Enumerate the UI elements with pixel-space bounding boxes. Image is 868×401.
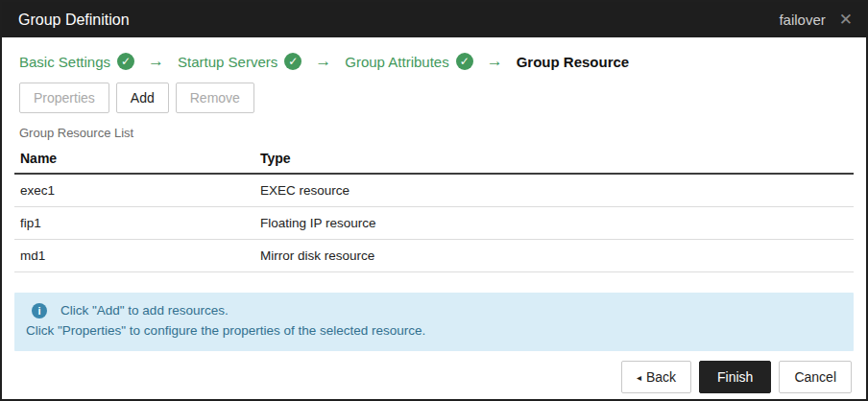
- check-circle-icon: ✓: [284, 53, 301, 70]
- wizard-step-group-attributes[interactable]: Group Attributes ✓: [345, 53, 472, 70]
- arrow-right-icon: →: [315, 52, 331, 71]
- cell-resource-type[interactable]: EXEC resource: [254, 174, 854, 207]
- cell-resource-type[interactable]: Floating IP resource: [254, 207, 854, 240]
- column-header-name: Name: [14, 146, 254, 174]
- table-row[interactable]: exec1 EXEC resource: [14, 174, 854, 207]
- column-header-type: Type: [254, 146, 854, 174]
- dialog-title: Group Definition: [18, 12, 779, 29]
- close-icon[interactable]: ✕: [839, 12, 853, 28]
- back-button[interactable]: ◂Back: [621, 361, 691, 393]
- info-icon: i: [32, 303, 47, 318]
- table-header-row: Name Type: [14, 146, 854, 174]
- back-arrow-icon: ◂: [637, 372, 641, 383]
- properties-button[interactable]: Properties: [19, 83, 109, 113]
- back-button-label: Back: [646, 369, 676, 385]
- cell-resource-type[interactable]: Mirror disk resource: [254, 240, 854, 272]
- wizard-step-label: Startup Servers: [178, 54, 277, 70]
- arrow-right-icon: →: [148, 52, 164, 71]
- dialog-context-label: failover: [779, 12, 825, 28]
- wizard-step-basic-settings[interactable]: Basic Settings ✓: [19, 53, 134, 70]
- resource-list-label: Group Resource List: [14, 113, 854, 146]
- wizard-step-label: Group Resource: [517, 54, 630, 70]
- info-banner: i Click "Add" to add resources. Click "P…: [14, 293, 854, 351]
- add-button[interactable]: Add: [116, 83, 169, 113]
- resource-table: Name Type exec1 EXEC resource fip1 Float…: [14, 146, 854, 272]
- wizard-step-label: Group Attributes: [345, 54, 448, 70]
- cell-resource-name[interactable]: md1: [14, 240, 254, 272]
- cancel-button[interactable]: Cancel: [779, 361, 852, 393]
- check-circle-icon: ✓: [456, 53, 473, 70]
- cell-resource-name[interactable]: fip1: [14, 207, 254, 240]
- finish-button[interactable]: Finish: [699, 361, 771, 393]
- table-row[interactable]: fip1 Floating IP resource: [14, 207, 854, 240]
- dialog-titlebar: Group Definition failover ✕: [2, 2, 866, 37]
- wizard-step-label: Basic Settings: [19, 54, 110, 70]
- info-line-1: Click "Add" to add resources.: [60, 301, 229, 321]
- footer-buttons: ◂Back Finish Cancel: [14, 351, 854, 395]
- resource-toolbar: Properties Add Remove: [14, 81, 854, 113]
- info-banner-line1-row: i Click "Add" to add resources.: [26, 301, 842, 321]
- dialog-content: Basic Settings ✓ → Startup Servers ✓ → G…: [2, 37, 866, 401]
- remove-button[interactable]: Remove: [176, 83, 254, 113]
- group-definition-dialog: Group Definition failover ✕ Basic Settin…: [0, 0, 868, 401]
- wizard-step-startup-servers[interactable]: Startup Servers ✓: [178, 53, 301, 70]
- info-line-2: Click "Properties" to configure the prop…: [26, 321, 842, 342]
- table-row[interactable]: md1 Mirror disk resource: [14, 240, 854, 272]
- cell-resource-name[interactable]: exec1: [14, 174, 254, 207]
- wizard-steps: Basic Settings ✓ → Startup Servers ✓ → G…: [14, 50, 854, 81]
- wizard-step-group-resource: Group Resource: [517, 54, 630, 70]
- arrow-right-icon: →: [487, 52, 503, 71]
- check-circle-icon: ✓: [117, 53, 134, 70]
